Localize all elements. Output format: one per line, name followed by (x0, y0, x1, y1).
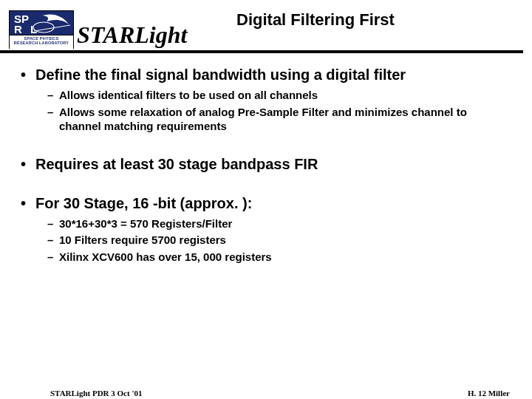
bullet-text: For 30 Stage, 16 -bit (approx. ): (35, 195, 252, 211)
logo-graphic: SP R L (10, 11, 73, 35)
sub-list: 30*16+30*3 = 570 Registers/Filter 10 Fil… (35, 216, 511, 265)
logo-caption: SPACE PHYSICS RESEARCH LABORATORY (10, 35, 73, 49)
bullet-text: Requires at least 30 stage bandpass FIR (35, 156, 318, 172)
sub-list: Allows identical filters to be used on a… (35, 88, 511, 134)
bullet-text: Define the final signal bandwidth using … (35, 66, 406, 83)
logo-caption-line2: RESEARCH LABORATORY (10, 41, 73, 45)
sub-item: Xilinx XCV600 has over 15, 000 registers (35, 250, 511, 265)
bullet-list: Define the final signal bandwidth using … (21, 66, 511, 264)
slide-header: SP R L SPACE PHYSICS RESEARCH LABORATORY… (0, 0, 523, 53)
slide-content: Define the final signal bandwidth using … (0, 53, 532, 264)
list-item: For 30 Stage, 16 -bit (approx. ): 30*16+… (21, 195, 511, 265)
sub-item: 30*16+30*3 = 570 Registers/Filter (35, 216, 511, 231)
svg-text:L: L (30, 23, 37, 35)
slide-title: Digital Filtering First (236, 10, 395, 30)
sprl-logo: SP R L SPACE PHYSICS RESEARCH LABORATORY (9, 10, 74, 49)
svg-text:R: R (14, 23, 22, 35)
footer-right: H. 12 Miller (468, 389, 510, 398)
brand-name: STARLight (77, 21, 187, 49)
sub-item: Allows some relaxation of analog Pre-Sam… (35, 105, 511, 134)
list-item: Define the final signal bandwidth using … (21, 66, 511, 134)
footer-left: STARLight PDR 3 Oct '01 (50, 389, 142, 398)
sub-item: Allows identical filters to be used on a… (35, 88, 511, 103)
sub-item: 10 Filters require 5700 registers (35, 233, 511, 248)
list-item: Requires at least 30 stage bandpass FIR (21, 156, 511, 173)
